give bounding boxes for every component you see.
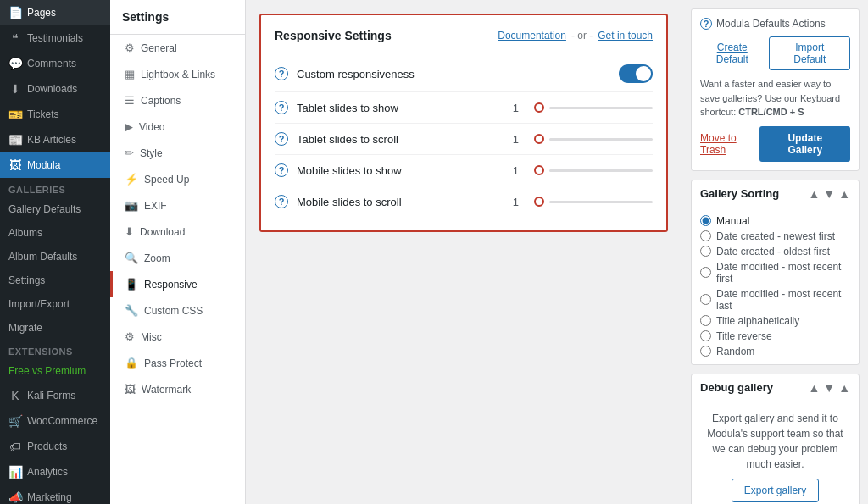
testimonials-icon: ❝	[8, 31, 22, 45]
mobile-slides-show-slider[interactable]	[534, 165, 653, 175]
settings-item-lightbox[interactable]: ▦ Lightbox & Links	[110, 61, 245, 87]
mobile-slides-scroll-slider[interactable]	[534, 197, 653, 207]
settings-item-general[interactable]: ⚙ General	[110, 35, 245, 61]
settings-item-exif[interactable]: 📷 EXIF	[110, 192, 245, 219]
debug-chevron-down-icon[interactable]: ▼	[823, 381, 835, 395]
slider-handle[interactable]	[534, 197, 544, 207]
gallery-sorting-options: Manual Date created - newest first Date …	[692, 208, 859, 364]
sidebar-item-testimonials[interactable]: ❝ Testimonials	[0, 25, 110, 51]
woo-icon: 🛒	[8, 414, 22, 428]
settings-item-video[interactable]: ▶ Video	[110, 114, 245, 140]
mobile-slides-scroll-row: ? Mobile slides to scroll 1	[275, 186, 653, 217]
modula-icon: 🖼	[8, 158, 22, 172]
tablet-slides-scroll-row: ? Tablet slides to scroll 1	[275, 124, 653, 155]
sort-random[interactable]: Random	[700, 346, 850, 357]
settings-item-zoom[interactable]: 🔍 Zoom	[110, 245, 245, 271]
sort-modified-recent[interactable]: Date modified - most recent first	[700, 261, 850, 285]
products-icon: 🏷	[8, 440, 22, 453]
sidebar-item-settings[interactable]: Settings	[0, 269, 110, 292]
sidebar-item-marketing[interactable]: 📣 Marketing	[0, 485, 110, 504]
main-area: Settings ⚙ General ▦ Lightbox & Links ☰ …	[110, 0, 868, 504]
sidebar-item-gallery-defaults[interactable]: Gallery Defaults	[0, 197, 110, 221]
chevron-up-icon[interactable]: ▲	[808, 187, 820, 201]
defaults-buttons-row: Create Default Import Default	[700, 36, 850, 70]
settings-item-custom-css[interactable]: 🔧 Custom CSS	[110, 297, 245, 324]
gallery-sorting-box: Gallery Sorting ▲ ▼ ▲ Manual Date create…	[691, 180, 860, 365]
settings-item-style[interactable]: ✏ Style	[110, 140, 245, 166]
documentation-link[interactable]: Documentation	[498, 30, 566, 42]
sidebar-item-kb-articles[interactable]: 📰 KB Articles	[0, 127, 110, 152]
slider-handle[interactable]	[534, 165, 544, 175]
settings-item-speed-up[interactable]: ⚡ Speed Up	[110, 166, 245, 192]
sidebar-item-analytics[interactable]: 📊 Analytics	[0, 459, 110, 485]
custom-responsiveness-toggle[interactable]	[619, 64, 653, 83]
slider-track	[549, 169, 653, 172]
get-in-touch-link[interactable]: Get in touch	[598, 30, 653, 42]
separator: - or -	[571, 30, 593, 42]
sidebar-item-comments[interactable]: 💬 Comments	[0, 51, 110, 76]
debug-chevron-up-icon[interactable]: ▲	[808, 381, 820, 395]
sidebar-item-tickets[interactable]: 🎫 Tickets	[0, 102, 110, 127]
tablet-slides-scroll-slider[interactable]	[534, 134, 653, 144]
tablet-slides-scroll-label: Tablet slides to scroll	[297, 133, 504, 146]
sort-title-alpha[interactable]: Title alphabetically	[700, 315, 850, 327]
zoom-icon: 🔍	[125, 252, 138, 264]
extensions-label: Extensions	[0, 340, 110, 359]
sidebar-item-albums[interactable]: Albums	[0, 221, 110, 245]
mobile-slides-show-row: ? Mobile slides to show 1	[275, 155, 653, 186]
responsive-settings-box: Responsive Settings Documentation - or -…	[259, 14, 668, 232]
sidebar: 📄 Pages ❝ Testimonials 💬 Comments ⬇ Down…	[0, 0, 110, 504]
sidebar-item-kali-forms[interactable]: K Kali Forms	[0, 383, 110, 408]
help-icon-tablet-scroll: ?	[275, 132, 288, 146]
sort-modified-last[interactable]: Date modified - most recent last	[700, 288, 850, 312]
sidebar-item-woocommerce[interactable]: 🛒 WooCommerce	[0, 408, 110, 434]
sidebar-item-album-defaults[interactable]: Album Defaults	[0, 245, 110, 269]
settings-item-download[interactable]: ⬇ Download	[110, 219, 245, 245]
settings-item-responsive[interactable]: 📱 Responsive	[110, 271, 245, 297]
slider-handle[interactable]	[534, 134, 544, 144]
sort-title-reverse[interactable]: Title reverse	[700, 330, 850, 342]
settings-item-watermark[interactable]: 🖼 Watermark	[110, 376, 245, 402]
tablet-slides-show-label: Tablet slides to show	[297, 102, 504, 114]
exif-icon: 📷	[125, 199, 138, 212]
tablet-slides-show-value: 1	[513, 102, 519, 114]
sidebar-item-migrate[interactable]: Migrate	[0, 316, 110, 340]
move-to-trash-link[interactable]: Move to Trash	[700, 132, 760, 156]
settings-box-title: Responsive Settings	[275, 29, 392, 42]
settings-panel-title: Settings	[110, 0, 245, 35]
shortcut-key: CTRL/CMD + S	[738, 107, 804, 117]
lock-icon: 🔒	[125, 357, 138, 369]
settings-item-misc[interactable]: ⚙ Misc	[110, 324, 245, 350]
tablet-slides-show-row: ? Tablet slides to show 1	[275, 92, 653, 124]
sidebar-item-import-export[interactable]: Import/Export	[0, 292, 110, 316]
css-icon: 🔧	[125, 304, 138, 317]
sidebar-item-products[interactable]: 🏷 Products	[0, 434, 110, 459]
debug-gallery-header: Debug gallery ▲ ▼ ▲	[692, 374, 859, 402]
chevron-down-icon[interactable]: ▼	[823, 187, 835, 201]
sort-date-oldest[interactable]: Date created - oldest first	[700, 246, 850, 258]
help-icon-mobile-show: ?	[275, 163, 288, 177]
sidebar-item-downloads[interactable]: ⬇ Downloads	[0, 76, 110, 102]
sidebar-item-free-premium[interactable]: Free vs Premium	[0, 359, 110, 383]
expand-icon[interactable]: ▲	[838, 187, 850, 201]
help-icon-mobile-scroll: ?	[275, 195, 288, 208]
defaults-help-icon: ?	[700, 18, 712, 30]
settings-box-links: Documentation - or - Get in touch	[498, 30, 653, 42]
slider-handle[interactable]	[534, 102, 544, 113]
debug-expand-icon[interactable]: ▲	[838, 381, 850, 395]
mobile-slides-scroll-value: 1	[513, 196, 519, 208]
captions-icon: ☰	[125, 94, 135, 107]
tablet-slides-show-slider[interactable]	[534, 102, 653, 113]
sidebar-item-modula[interactable]: 🖼 Modula	[0, 152, 110, 178]
sidebar-item-pages[interactable]: 📄 Pages	[0, 0, 110, 25]
settings-item-pass-protect[interactable]: 🔒 Pass Protect	[110, 350, 245, 376]
comments-icon: 💬	[8, 57, 22, 70]
settings-item-captions[interactable]: ☰ Captions	[110, 87, 245, 114]
sort-date-newest[interactable]: Date created - newest first	[700, 230, 850, 242]
sort-manual[interactable]: Manual	[700, 215, 850, 227]
export-gallery-button[interactable]: Export gallery	[732, 479, 819, 502]
import-default-button[interactable]: Import Default	[769, 36, 850, 70]
tickets-icon: 🎫	[8, 108, 22, 121]
update-gallery-button[interactable]: Update Gallery	[760, 126, 850, 162]
create-default-button[interactable]: Create Default	[700, 42, 764, 65]
